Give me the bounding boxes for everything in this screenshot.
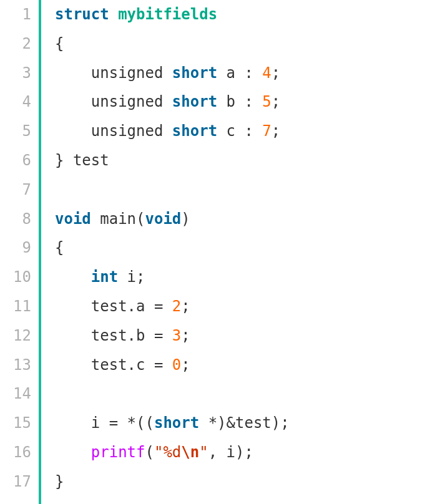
- token: void: [145, 210, 182, 228]
- line-number: 10: [0, 263, 31, 292]
- line-number: 8: [0, 205, 31, 234]
- token: short: [172, 64, 217, 82]
- token: test.b =: [55, 327, 172, 344]
- code-line: struct mybitfields: [55, 0, 290, 29]
- token: 3: [172, 327, 181, 344]
- token: a :: [217, 64, 262, 82]
- token: main(: [91, 210, 145, 228]
- code-line: [55, 175, 290, 205]
- token: , i);: [208, 443, 253, 461]
- token: ;: [271, 64, 280, 82]
- line-number: 7: [0, 175, 31, 205]
- token: 4: [262, 64, 271, 82]
- token: unsigned: [55, 93, 172, 110]
- token: short: [172, 93, 217, 110]
- code-line: } test: [55, 146, 290, 175]
- token: 7: [262, 122, 271, 140]
- code-line: [55, 379, 290, 409]
- token: [55, 268, 91, 286]
- code-line: void main(void): [55, 205, 290, 234]
- line-number: 3: [0, 59, 31, 88]
- code-line: i = *((short *)&test);: [55, 409, 290, 438]
- code-line: test.c = 0;: [55, 351, 290, 380]
- token: unsigned: [55, 122, 172, 140]
- code-line: {: [55, 233, 290, 263]
- code-line: unsigned short c : 7;: [55, 117, 290, 146]
- token: test.a =: [55, 298, 172, 315]
- line-number: 11: [0, 292, 31, 321]
- code-content[interactable]: struct mybitfields{ unsigned short a : 4…: [41, 0, 290, 504]
- line-number: 17: [0, 467, 31, 497]
- line-number: 6: [0, 146, 31, 175]
- line-number: 2: [0, 29, 31, 59]
- token: short: [154, 414, 199, 432]
- token: i;: [118, 268, 145, 286]
- token: ;: [181, 327, 190, 344]
- token: ": [199, 443, 208, 461]
- token: struct: [55, 6, 109, 23]
- token: *)&test);: [199, 414, 290, 432]
- token: } test: [55, 152, 109, 169]
- code-line: }: [55, 467, 290, 497]
- line-number: 4: [0, 87, 31, 117]
- token: ): [181, 210, 190, 228]
- token: [109, 6, 118, 23]
- token: short: [172, 122, 217, 140]
- token: [55, 443, 91, 461]
- token: 2: [172, 298, 181, 315]
- line-number: 9: [0, 233, 31, 263]
- line-number: 5: [0, 117, 31, 146]
- token: printf: [91, 443, 145, 461]
- token: "%d: [154, 443, 181, 461]
- line-number: 12: [0, 321, 31, 351]
- token: int: [91, 268, 118, 286]
- code-line: unsigned short a : 4;: [55, 59, 290, 88]
- token: {: [55, 239, 64, 256]
- line-number: 14: [0, 379, 31, 409]
- token: ;: [181, 356, 190, 374]
- line-number: 16: [0, 438, 31, 467]
- token: i = *((: [55, 414, 154, 432]
- line-number: 15: [0, 409, 31, 438]
- token: void: [55, 210, 91, 228]
- code-line: {: [55, 29, 290, 59]
- line-number: 13: [0, 351, 31, 380]
- code-line: unsigned short b : 5;: [55, 87, 290, 117]
- token: ;: [181, 298, 190, 315]
- token: test.c =: [55, 356, 172, 374]
- token: 0: [172, 356, 181, 374]
- token: mybitfields: [118, 6, 217, 23]
- code-line: test.b = 3;: [55, 321, 290, 351]
- code-line: int i;: [55, 263, 290, 292]
- line-number: 1: [0, 0, 31, 29]
- token: {: [55, 35, 64, 52]
- token: (: [145, 443, 154, 461]
- code-line: test.a = 2;: [55, 292, 290, 321]
- token: ;: [271, 93, 280, 110]
- code-block: 1234567891011121314151617 struct mybitfi…: [0, 0, 430, 504]
- token: \n: [181, 443, 199, 461]
- token: }: [55, 473, 64, 490]
- token: 5: [262, 93, 271, 110]
- token: unsigned: [55, 64, 172, 82]
- token: c :: [217, 122, 262, 140]
- token: ;: [271, 122, 280, 140]
- token: b :: [217, 93, 262, 110]
- line-number-gutter: 1234567891011121314151617: [0, 0, 39, 504]
- code-line: printf("%d\n", i);: [55, 438, 290, 467]
